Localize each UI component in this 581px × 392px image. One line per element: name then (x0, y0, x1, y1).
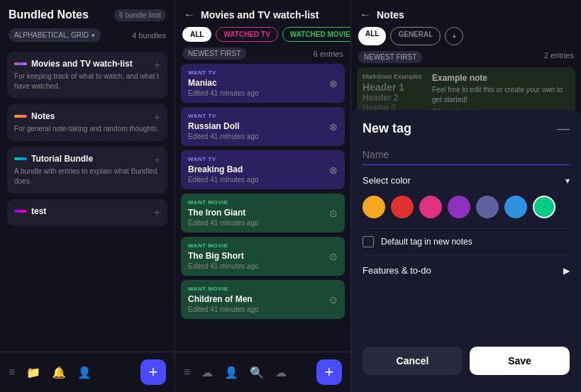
features-label: Features & to-do (363, 265, 431, 276)
entry-iron-giant[interactable]: WANT MOVIE The Iron Giant Edited 41 minu… (181, 194, 345, 233)
sort-button[interactable]: ALPHABETICAL, GRID (9, 28, 101, 42)
entry-title-children-of-men: Children of Men (188, 294, 329, 304)
filter-watched-movie[interactable]: WATCHED MOVIE (282, 27, 350, 42)
bundle-add-tutorial[interactable]: + (154, 154, 160, 167)
bell-icon[interactable]: 🔔 (52, 366, 66, 379)
folder-icon[interactable]: 📁 (26, 366, 40, 379)
features-row[interactable]: Features & to-do ▶ (363, 265, 570, 276)
cancel-button[interactable]: Cancel (363, 347, 463, 375)
entry-info-big-short: WANT MOVIE The Big Short Edited 41 minut… (188, 242, 329, 270)
entry-icon-breaking-bad: ⊗ (329, 164, 338, 176)
filter-watched-tv[interactable]: WATCHED TV (216, 27, 277, 42)
p3-filter-all[interactable]: ALL (358, 27, 386, 45)
user-icon[interactable]: 👤 (77, 366, 92, 379)
note-tag-label: Markdown Examples (363, 73, 426, 80)
save-button[interactable]: Save (470, 347, 570, 375)
bundle-card-header-notes: Notes (14, 111, 160, 121)
panel2-folder-icon[interactable]: ☁ (201, 366, 213, 379)
bundle-add-movies[interactable]: + (154, 59, 160, 72)
bundle-card-header-test: test (14, 206, 160, 216)
bundle-desc-tutorial: A bundle with entries to explain what Bu… (14, 167, 160, 186)
bundle-limit-badge: 6 bundle limit (114, 9, 166, 21)
panel2-search-icon[interactable]: 🔍 (250, 366, 264, 379)
panel3-back-button[interactable]: ← (360, 9, 371, 21)
panel3-entries-count: 2 entries (544, 51, 574, 63)
footer-icons: ≡ 📁 🔔 👤 (9, 366, 92, 379)
entry-info-maniac: WANT TV Maniac Edited 41 minutes ago (188, 69, 329, 97)
entry-russian-doll[interactable]: WANT TV Russian Doll Edited 41 minutes a… (181, 107, 345, 146)
bundle-card-test[interactable]: test + (7, 199, 167, 226)
color-swatch-purple[interactable] (448, 196, 470, 218)
bundle-desc-movies: For keeping track of what to watch, and … (14, 72, 160, 91)
panel3-sort-button[interactable]: NEWEST FIRST (358, 51, 422, 63)
panel-movies-watchlist: ← Movies and TV watch-list ALL WATCHED T… (175, 0, 351, 392)
color-select-label: Select color (363, 175, 411, 186)
entry-big-short[interactable]: WANT MOVIE The Big Short Edited 41 minut… (181, 237, 345, 276)
entry-icon-maniac: ⊗ (329, 78, 338, 89)
entry-tag-iron-giant: WANT MOVIE (188, 199, 329, 206)
bundle-add-notes[interactable]: + (154, 111, 160, 124)
entry-maniac[interactable]: WANT TV Maniac Edited 41 minutes ago ⊗ (181, 64, 345, 103)
bundle-color-bar-notes (14, 115, 27, 118)
action-buttons: Cancel Save (363, 347, 570, 381)
new-tag-header: New tag — (363, 121, 570, 136)
panel2-title: Movies and TV watch-list (201, 9, 319, 21)
bundle-card-tutorial[interactable]: Tutorial Bundle A bundle with entries to… (7, 147, 167, 194)
color-select-row: Select color ▾ (363, 175, 570, 186)
entry-tag-big-short: WANT MOVIE (188, 242, 329, 249)
panel1-add-button[interactable]: + (140, 359, 166, 385)
color-swatch-slate[interactable] (476, 196, 499, 218)
panel2-cloud-icon[interactable]: ☁ (275, 366, 287, 379)
bundle-card-notes[interactable]: Notes For general note-taking and random… (7, 104, 167, 141)
entry-tag-russian-doll: WANT TV (188, 113, 329, 119)
panel2-menu-icon[interactable]: ≡ (184, 366, 190, 379)
panel2-footer: ≡ ☁ 👤 🔍 ☁ + (175, 352, 350, 392)
minimize-icon[interactable]: — (557, 121, 570, 136)
default-tag-checkbox[interactable] (363, 236, 374, 247)
entry-tag-maniac: WANT TV (188, 69, 329, 76)
entry-breaking-bad[interactable]: WANT TV Breaking Bad Edited 41 minutes a… (181, 150, 345, 189)
entry-time-children-of-men: Edited 41 minutes ago (188, 306, 329, 313)
panel2-user-icon[interactable]: 👤 (224, 366, 238, 379)
chevron-right-icon: ▶ (563, 266, 570, 276)
new-tag-name-field (363, 146, 570, 165)
new-tag-name-input[interactable] (363, 146, 570, 164)
menu-icon[interactable]: ≡ (9, 366, 15, 379)
p3-filter-general[interactable]: GENERAL (390, 27, 441, 45)
entry-icon-russian-doll: ⊗ (329, 121, 338, 133)
bundle-desc-notes: For general note-taking and random thoug… (14, 124, 160, 134)
entry-title-iron-giant: The Iron Giant (188, 208, 329, 218)
color-swatch-teal[interactable] (533, 196, 555, 218)
entry-time-big-short: Edited 41 minutes ago (188, 262, 329, 270)
color-swatch-blue[interactable] (504, 196, 527, 218)
color-swatch-orange[interactable] (363, 196, 385, 218)
panel2-add-button[interactable]: + (316, 359, 342, 385)
entry-children-of-men[interactable]: WANT MOVIE Children of Men Edited 41 min… (181, 280, 345, 319)
bundle-add-test[interactable]: + (154, 206, 160, 219)
color-swatch-pink[interactable] (419, 196, 442, 218)
bundle-name-tutorial: Tutorial Bundle (31, 154, 160, 164)
entry-info-children-of-men: WANT MOVIE Children of Men Edited 41 min… (188, 286, 329, 313)
p3-filter-plus[interactable]: + (445, 27, 463, 45)
bundle-name-test: test (31, 206, 160, 216)
entry-icon-children-of-men: ⊙ (329, 294, 338, 306)
bundle-card-movies[interactable]: Movies and TV watch-list For keeping tra… (7, 52, 167, 99)
chevron-down-icon[interactable]: ▾ (565, 176, 570, 186)
panel3-tag-filters: ALL GENERAL + (351, 27, 581, 51)
filter-all[interactable]: ALL (182, 27, 211, 42)
entry-title-breaking-bad: Breaking Bad (188, 164, 329, 174)
panel2-footer-icons: ≡ ☁ 👤 🔍 ☁ (184, 366, 287, 379)
panel3-entries-row: NEWEST FIRST 2 entries (351, 51, 581, 67)
color-swatch-red[interactable] (391, 196, 414, 218)
bundle-name-notes: Notes (31, 111, 160, 121)
panel2-sort-button[interactable]: NEWEST FIRST (182, 47, 246, 60)
panel-notes: ← Notes ALL GENERAL + NEWEST FIRST 2 ent… (351, 0, 581, 392)
note-h2: Header 2 (363, 93, 426, 103)
panel2-back-button[interactable]: ← (184, 9, 195, 21)
new-tag-overlay: New tag — Select color ▾ Default tag in … (351, 110, 581, 392)
note-left: Markdown Examples Header 1 Header 2 Head… (363, 73, 426, 115)
default-tag-label: Default tag in new notes (381, 237, 472, 247)
entry-info-russian-doll: WANT TV Russian Doll Edited 41 minutes a… (188, 113, 329, 140)
entry-title-russian-doll: Russian Doll (188, 121, 329, 131)
entry-tag-breaking-bad: WANT TV (188, 156, 329, 162)
